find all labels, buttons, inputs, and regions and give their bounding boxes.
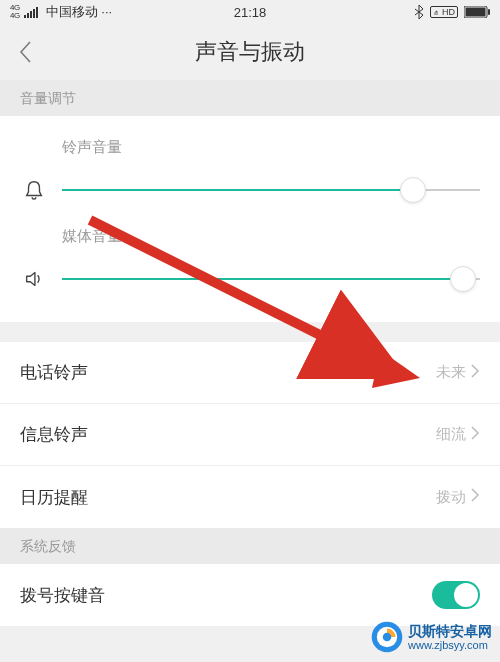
- list-item-value: 未来: [436, 363, 466, 382]
- status-right: HD: [414, 5, 490, 19]
- list-item-value: 细流: [436, 425, 466, 444]
- ringtone-volume-block: 铃声音量: [20, 116, 480, 205]
- calendar-reminder-item[interactable]: 日历提醒 拨动: [0, 466, 500, 528]
- svg-rect-1: [27, 13, 29, 18]
- clock: 21:18: [234, 5, 267, 20]
- section-header-system: 系统反馈: [0, 528, 500, 564]
- media-volume-label: 媒体音量: [20, 227, 480, 246]
- phone-ringtone-item[interactable]: 电话铃声 未来: [0, 342, 500, 404]
- list-item-label: 拨号按键音: [20, 584, 105, 607]
- svg-rect-4: [36, 7, 38, 18]
- svg-rect-2: [30, 11, 32, 18]
- nav-bar: 声音与振动: [0, 24, 500, 80]
- dial-pad-tone-toggle[interactable]: [432, 581, 480, 609]
- watermark-title: 贝斯特安卓网: [408, 624, 492, 638]
- media-volume-block: 媒体音量: [20, 205, 480, 294]
- svg-rect-7: [488, 9, 490, 15]
- dial-pad-tone-item: 拨号按键音: [0, 564, 500, 626]
- ringtone-volume-label: 铃声音量: [20, 138, 480, 157]
- back-button[interactable]: [0, 24, 50, 80]
- slider-thumb[interactable]: [400, 177, 426, 203]
- chevron-right-icon: [470, 487, 480, 507]
- watermark-logo-icon: [370, 620, 404, 654]
- speaker-icon: [20, 268, 48, 290]
- watermark: 贝斯特安卓网 www.zjbsyy.com: [370, 620, 492, 654]
- battery-icon: [464, 6, 490, 18]
- svg-rect-3: [33, 9, 35, 18]
- chevron-right-icon: [470, 425, 480, 445]
- list-item-label: 电话铃声: [20, 361, 88, 384]
- watermark-url: www.zjbsyy.com: [408, 640, 492, 651]
- page-title: 声音与振动: [195, 37, 305, 67]
- slider-thumb[interactable]: [450, 266, 476, 292]
- list-item-label: 信息铃声: [20, 423, 88, 446]
- message-ringtone-item[interactable]: 信息铃声 细流: [0, 404, 500, 466]
- bell-icon: [20, 179, 48, 201]
- toggle-knob: [454, 583, 478, 607]
- ringtone-list-group: 电话铃声 未来 信息铃声 细流 日历提醒 拨动: [0, 342, 500, 528]
- status-bar: 4G 4G 中国移动 ··· 21:18 HD: [0, 0, 500, 24]
- svg-point-13: [383, 633, 392, 642]
- section-header-volume: 音量调节: [0, 80, 500, 116]
- svg-rect-0: [24, 15, 26, 18]
- volume-sliders-group: 铃声音量 媒体音量: [0, 116, 500, 322]
- list-item-value: 拨动: [436, 488, 466, 507]
- carrier-label: 中国移动 ···: [46, 3, 112, 21]
- network-4g-tag: 4G 4G: [10, 4, 20, 20]
- hd-badge: HD: [430, 6, 458, 18]
- svg-rect-6: [466, 8, 486, 17]
- bluetooth-icon: [414, 5, 424, 19]
- chevron-left-icon: [18, 40, 32, 64]
- chevron-right-icon: [470, 363, 480, 383]
- signal-icon: [24, 6, 40, 18]
- status-left: 4G 4G 中国移动 ···: [10, 3, 112, 21]
- media-volume-slider[interactable]: [62, 264, 480, 294]
- ringtone-volume-slider[interactable]: [62, 175, 480, 205]
- list-item-label: 日历提醒: [20, 486, 88, 509]
